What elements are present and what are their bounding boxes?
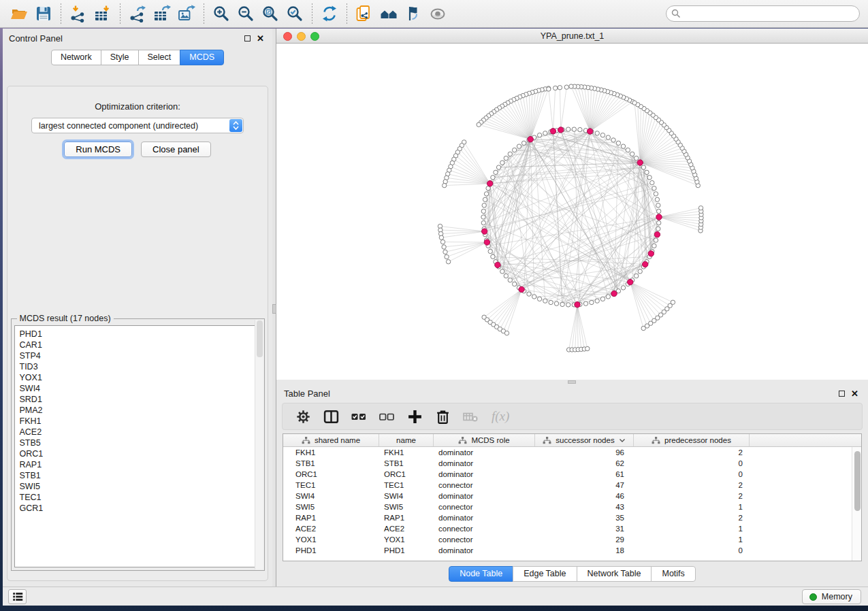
mcds-result-item[interactable]: STB1 xyxy=(20,470,261,481)
scrollbar-thumb[interactable] xyxy=(854,451,861,511)
create-column-button[interactable] xyxy=(406,408,423,425)
table-row[interactable]: TEC1TEC1connector472 xyxy=(283,480,852,491)
delete-column-button[interactable] xyxy=(434,408,451,425)
hide-selected-button[interactable] xyxy=(401,3,425,24)
deselect-all-button[interactable] xyxy=(379,408,395,425)
tab-style[interactable]: Style xyxy=(101,50,139,65)
float-window-icon[interactable] xyxy=(839,391,845,397)
column-header-predecessor-nodes[interactable]: predecessor nodes xyxy=(634,434,750,446)
table-cell: 1 xyxy=(634,525,750,533)
table-row[interactable]: FKH1FKH1dominator962 xyxy=(283,447,852,458)
save-session-button[interactable] xyxy=(31,3,56,24)
select-all-button[interactable] xyxy=(351,408,367,425)
table-row[interactable]: ORC1ORC1dominator610 xyxy=(283,469,852,480)
import-network-button[interactable] xyxy=(66,3,91,24)
table-cell: connector xyxy=(434,535,535,544)
mcds-result-item[interactable]: SWI4 xyxy=(20,383,261,394)
float-window-icon[interactable] xyxy=(244,35,251,42)
first-neighbors-button[interactable] xyxy=(376,3,401,24)
search-box xyxy=(666,5,860,22)
close-icon[interactable]: ✕ xyxy=(257,35,264,42)
open-file-button[interactable] xyxy=(7,3,31,24)
export-network-button[interactable] xyxy=(125,3,150,24)
network-window-titlebar[interactable]: YPA_prune.txt_1 xyxy=(276,29,868,44)
desktop: Control Panel ✕ NetworkStyleSelectMCDS O… xyxy=(0,0,868,611)
maximize-traffic-light[interactable] xyxy=(310,32,319,41)
mcds-result-item[interactable]: GCR1 xyxy=(20,503,261,514)
tab-mcds[interactable]: MCDS xyxy=(180,50,224,65)
show-all-button[interactable] xyxy=(425,3,450,24)
new-network-from-selection-button[interactable] xyxy=(352,3,376,24)
mcds-result-item[interactable]: ORC1 xyxy=(20,448,261,459)
close-panel-button[interactable]: Close panel xyxy=(141,142,211,157)
export-image-button[interactable] xyxy=(174,3,199,24)
run-mcds-button[interactable]: Run MCDS xyxy=(64,142,132,157)
splitter-grip[interactable] xyxy=(568,380,576,384)
zoom-fit-button[interactable] xyxy=(258,3,283,24)
mcds-result-item[interactable]: STB5 xyxy=(20,437,261,448)
table-panel-titlebar: Table Panel ✕ xyxy=(276,385,868,401)
mcds-list-scrollbar[interactable] xyxy=(255,320,263,569)
export-table-button[interactable] xyxy=(150,3,174,24)
table-row[interactable]: ACE2ACE2connector311 xyxy=(283,523,852,534)
mcds-result-item[interactable]: SRD1 xyxy=(20,394,261,405)
search-input[interactable] xyxy=(666,5,860,22)
column-header-MCDS-role[interactable]: MCDS role xyxy=(434,434,535,446)
table-cell: 61 xyxy=(535,470,634,478)
zoom-in-button[interactable] xyxy=(209,3,234,24)
table-cell: YOX1 xyxy=(379,535,434,544)
table-row[interactable]: PHD1PHD1dominator180 xyxy=(283,545,852,556)
mcds-result-item[interactable]: FKH1 xyxy=(20,416,261,427)
table-settings-button[interactable] xyxy=(295,408,311,425)
table-row[interactable]: SWI5SWI5connector431 xyxy=(283,501,852,512)
network-canvas[interactable] xyxy=(276,44,868,380)
mcds-result-item[interactable]: TID3 xyxy=(20,361,261,372)
mcds-result-item[interactable]: SWI5 xyxy=(20,481,261,492)
tab-network[interactable]: Network xyxy=(51,50,101,65)
optimization-criterion-select[interactable]: largest connected component (undirected) xyxy=(31,118,244,133)
select-all-icon xyxy=(351,409,367,425)
memory-button[interactable]: Memory xyxy=(802,589,861,604)
mcds-result-item[interactable]: YOX1 xyxy=(20,372,261,383)
column-header-shared-name[interactable]: shared name xyxy=(283,434,379,446)
table-cell: 29 xyxy=(535,535,634,544)
close-traffic-light[interactable] xyxy=(283,32,292,41)
network-window-title: YPA_prune.txt_1 xyxy=(541,31,605,41)
mcds-result-item[interactable]: CAR1 xyxy=(20,340,261,350)
mcds-result-item[interactable]: PMA2 xyxy=(20,405,261,416)
table-scrollbar[interactable] xyxy=(852,447,861,561)
horizontal-splitter[interactable] xyxy=(276,380,868,385)
tab-motifs[interactable]: Motifs xyxy=(651,566,695,582)
column-header-name[interactable]: name xyxy=(379,434,434,446)
close-icon[interactable]: ✕ xyxy=(851,391,858,397)
table-cell: 18 xyxy=(535,546,634,555)
apply-layout-button[interactable] xyxy=(317,3,342,24)
table-row[interactable]: RAP1RAP1dominator352 xyxy=(283,512,852,523)
open-folder-icon xyxy=(10,5,28,22)
column-header-successor-nodes[interactable]: successor nodes xyxy=(535,434,634,446)
mcds-result-item[interactable]: PHD1 xyxy=(20,329,261,340)
task-history-button[interactable] xyxy=(8,589,27,604)
tab-select[interactable]: Select xyxy=(138,50,181,65)
show-columns-button[interactable] xyxy=(323,408,339,425)
table-cell: 2 xyxy=(634,481,750,489)
mcds-result-item[interactable]: TEC1 xyxy=(20,492,261,503)
minimize-traffic-light[interactable] xyxy=(297,32,306,41)
mcds-result-item[interactable]: STP4 xyxy=(20,350,261,361)
table-row[interactable]: STB1STB1dominator620 xyxy=(283,458,852,469)
mcds-result-list[interactable]: PHD1CAR1STP4TID3YOX1SWI4SRD1PMA2FKH1ACE2… xyxy=(14,325,261,567)
table-row[interactable]: YOX1YOX1connector291 xyxy=(283,534,852,545)
mcds-result-item[interactable]: RAP1 xyxy=(20,459,261,470)
import-table-button[interactable] xyxy=(91,3,115,24)
mcds-result-item[interactable]: ACE2 xyxy=(20,427,261,437)
search-icon xyxy=(671,9,681,18)
tab-edge-table[interactable]: Edge Table xyxy=(513,566,577,582)
table-row[interactable]: SWI4SWI4dominator462 xyxy=(283,491,852,501)
zoom-out-button[interactable] xyxy=(234,3,258,24)
tab-node-table[interactable]: Node Table xyxy=(449,566,513,582)
optimization-criterion-value: largest connected component (undirected) xyxy=(32,121,198,131)
tab-network-table[interactable]: Network Table xyxy=(577,566,652,582)
zoom-selected-button[interactable] xyxy=(283,3,307,24)
table-cell: PHD1 xyxy=(379,546,434,555)
table-cell: TEC1 xyxy=(283,481,379,489)
